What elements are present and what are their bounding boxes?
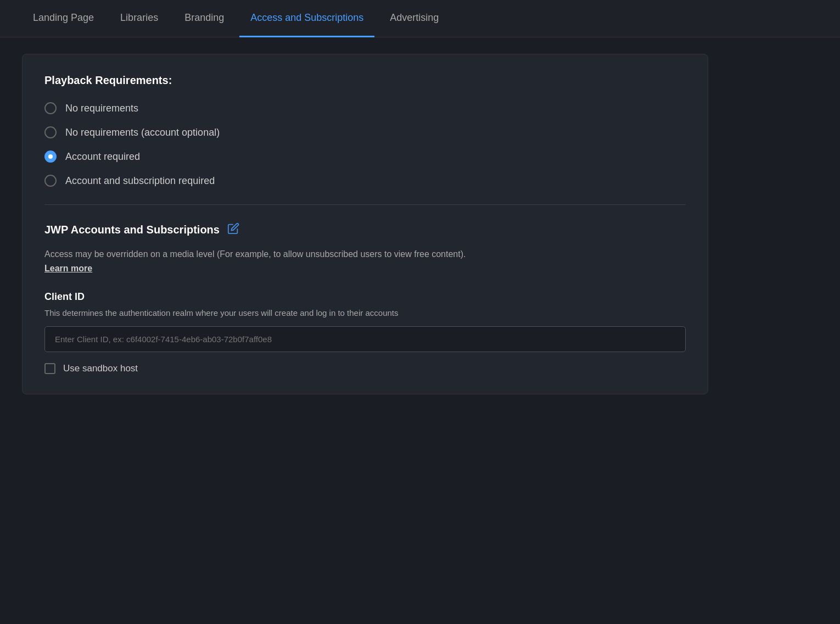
settings-card: Playback Requirements: No requirements N… (22, 54, 708, 394)
tab-access-subscriptions[interactable]: Access and Subscriptions (239, 0, 374, 37)
radio-option-account-required[interactable]: Account required (44, 151, 686, 163)
tab-landing-page[interactable]: Landing Page (22, 0, 105, 37)
playback-requirements-title: Playback Requirements: (44, 74, 686, 87)
tab-branding[interactable]: Branding (173, 0, 235, 37)
radio-no-requirements[interactable] (44, 102, 57, 114)
sandbox-label: Use sandbox host (63, 363, 138, 374)
playback-requirements-group: No requirements No requirements (account… (44, 102, 686, 187)
radio-no-requirements-optional[interactable] (44, 126, 57, 138)
radio-account-subscription-required-label: Account and subscription required (65, 175, 215, 187)
section-divider (44, 204, 686, 205)
client-id-input[interactable] (44, 326, 686, 352)
radio-option-account-subscription-required[interactable]: Account and subscription required (44, 175, 686, 187)
edit-icon[interactable] (227, 222, 239, 237)
radio-option-no-requirements-optional[interactable]: No requirements (account optional) (44, 126, 686, 138)
radio-no-requirements-label: No requirements (65, 103, 138, 114)
tab-advertising[interactable]: Advertising (379, 0, 450, 37)
radio-option-no-requirements[interactable]: No requirements (44, 102, 686, 114)
main-content: Playback Requirements: No requirements N… (0, 37, 840, 411)
sandbox-checkbox[interactable] (44, 363, 55, 374)
radio-account-required[interactable] (44, 151, 57, 163)
sandbox-option[interactable]: Use sandbox host (44, 363, 686, 374)
jwp-accounts-description: Access may be overridden on a media leve… (44, 247, 686, 261)
client-id-title: Client ID (44, 291, 686, 303)
jwp-accounts-title: JWP Accounts and Subscriptions (44, 224, 220, 236)
radio-account-required-label: Account required (65, 151, 140, 163)
tab-libraries[interactable]: Libraries (109, 0, 169, 37)
navigation-tabs: Landing Page Libraries Branding Access a… (0, 0, 840, 37)
learn-more-link[interactable]: Learn more (44, 264, 92, 274)
jwp-accounts-header: JWP Accounts and Subscriptions (44, 222, 686, 237)
radio-account-subscription-required[interactable] (44, 175, 57, 187)
client-id-description: This determines the authentication realm… (44, 308, 686, 317)
radio-no-requirements-optional-label: No requirements (account optional) (65, 127, 220, 138)
